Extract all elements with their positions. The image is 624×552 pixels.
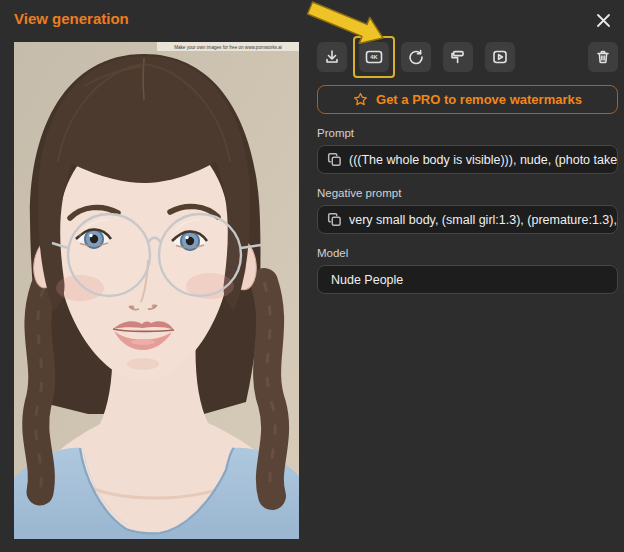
delete-button[interactable] [588, 42, 618, 72]
upscale-4k-button[interactable]: 4K [359, 42, 389, 72]
copy-prompt-button[interactable] [327, 152, 342, 167]
star-icon [353, 92, 368, 107]
toolbar: 4K [317, 42, 618, 72]
refresh-icon [408, 49, 424, 65]
prompt-label: Prompt [317, 127, 354, 139]
negative-prompt-label: Negative prompt [317, 187, 401, 199]
video-play-icon [492, 49, 508, 65]
negative-prompt-input[interactable]: very small body, (small girl:1.3), (prem… [317, 205, 618, 234]
download-button[interactable] [317, 42, 347, 72]
image-watermark: Make your own images for free on www.por… [157, 42, 299, 51]
copy-negative-prompt-button[interactable] [327, 212, 342, 227]
get-pro-label: Get a PRO to remove watermarks [376, 92, 582, 107]
view-generation-dialog: View generation [0, 0, 624, 552]
generated-image-preview[interactable]: Make your own images for free on www.por… [14, 42, 299, 539]
prompt-input[interactable]: (((The whole body is visible))), nude, (… [317, 145, 618, 174]
make-video-button[interactable] [485, 42, 515, 72]
negative-prompt-value: very small body, (small girl:1.3), (prem… [349, 213, 617, 227]
close-button[interactable] [589, 6, 617, 34]
trash-icon [595, 49, 611, 65]
model-input[interactable]: Nude People [317, 265, 618, 294]
copy-icon [327, 152, 342, 167]
portrait-illustration: Make your own images for free on www.por… [14, 42, 299, 539]
regenerate-button[interactable] [401, 42, 431, 72]
model-label: Model [317, 247, 348, 259]
get-pro-button[interactable]: Get a PRO to remove watermarks [317, 85, 618, 114]
svg-text:Make your own images for free: Make your own images for free on www.por… [174, 45, 282, 50]
prompt-value: (((The whole body is visible))), nude, (… [349, 153, 617, 167]
copy-icon [327, 212, 342, 227]
inpaint-button[interactable] [443, 42, 473, 72]
paint-roller-icon [450, 49, 466, 65]
svg-text:4K: 4K [370, 54, 378, 60]
dialog-title: View generation [14, 10, 129, 27]
4k-icon: 4K [365, 49, 383, 65]
download-icon [324, 49, 340, 65]
model-value: Nude People [331, 273, 617, 287]
close-icon [596, 13, 611, 28]
